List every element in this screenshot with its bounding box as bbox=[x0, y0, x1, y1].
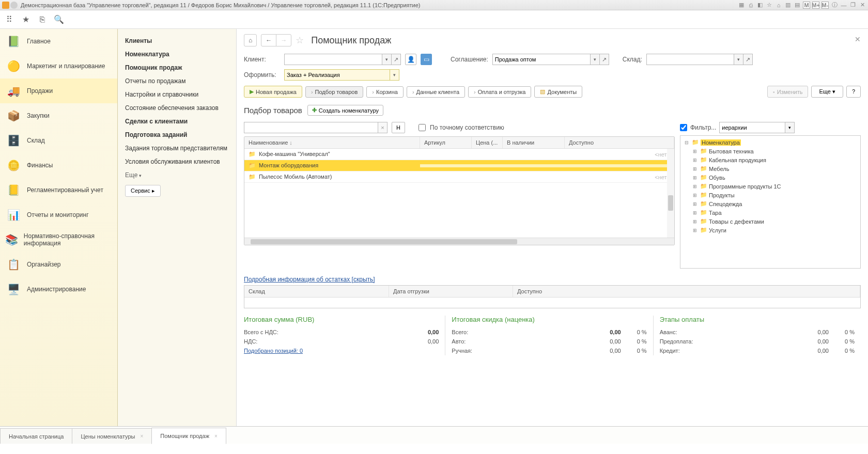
app-dropdown-icon[interactable] bbox=[10, 2, 18, 9]
help-button[interactable]: ? bbox=[846, 86, 861, 98]
forward-button[interactable]: → bbox=[276, 34, 291, 46]
col2-ship[interactable]: Дата отгрузки bbox=[389, 286, 513, 297]
tb-icon-2[interactable]: ⎙ bbox=[747, 2, 754, 9]
col-name[interactable]: Наименование bbox=[244, 137, 420, 148]
hierarchy-input[interactable] bbox=[719, 122, 785, 133]
details-link[interactable]: Подробная информация об остатках [скрыть… bbox=[244, 276, 375, 283]
payment-button[interactable]: ›Оплата и отгрузка bbox=[468, 86, 531, 98]
expand-icon[interactable]: ⊞ bbox=[693, 219, 699, 224]
agree-open-icon[interactable]: ↗ bbox=[600, 54, 609, 65]
tab-start[interactable]: Начальная страница bbox=[0, 428, 72, 444]
pick-goods-button[interactable]: ›Подбор товаров bbox=[305, 86, 363, 98]
calc-m-minus[interactable]: M- bbox=[822, 2, 829, 9]
tree-item[interactable]: ⊞📁Программные продукты 1С bbox=[680, 182, 860, 191]
nav-sales[interactable]: 🚚Продажи bbox=[0, 79, 117, 103]
service-button[interactable]: Сервис ▸ bbox=[125, 185, 161, 197]
tree-item[interactable]: ⊞📁Мебель bbox=[680, 164, 860, 173]
nav-warehouse[interactable]: 🗄️Склад bbox=[0, 128, 117, 153]
client-data-button[interactable]: ›Данные клиента bbox=[407, 86, 465, 98]
col2-wh[interactable]: Склад bbox=[244, 286, 389, 297]
nav-marketing[interactable]: 🟡Маркетинг и планирование bbox=[0, 54, 117, 79]
expand-icon[interactable]: ⊞ bbox=[693, 184, 699, 189]
table-row[interactable]: 📁Кофе-машина "Универсал" <нет> bbox=[244, 149, 674, 160]
wh-open-icon[interactable]: ↗ bbox=[743, 54, 753, 65]
wh-combo[interactable]: ▾↗ bbox=[646, 54, 753, 65]
search-input[interactable] bbox=[244, 122, 378, 133]
nav-reports[interactable]: 📊Отчеты и мониторинг bbox=[0, 202, 117, 227]
new-sale-button[interactable]: ▶Новая продажа bbox=[244, 86, 302, 98]
expand-icon[interactable]: ⊞ bbox=[693, 201, 699, 207]
sub-nomenclature[interactable]: Номенклатура bbox=[118, 48, 236, 61]
sub-trade-rep-tasks[interactable]: Задания торговым представителям bbox=[118, 142, 236, 155]
card-icon[interactable]: ▭ bbox=[421, 54, 432, 65]
tb-icon-5[interactable]: ⌂ bbox=[775, 2, 782, 9]
tree-item[interactable]: ⊞📁Спецодежда bbox=[680, 199, 860, 208]
tree-item[interactable]: ⊞📁Кабельная продукция bbox=[680, 155, 860, 164]
tab-close-icon[interactable]: × bbox=[140, 433, 143, 439]
star-icon[interactable]: ★ bbox=[21, 14, 31, 25]
tree-root[interactable]: ⊟📁Номенклатура bbox=[680, 138, 860, 147]
docs-button[interactable]: ▧Документы bbox=[534, 86, 582, 98]
col-art[interactable]: Артикул bbox=[420, 137, 472, 148]
tab-close-icon[interactable]: × bbox=[214, 433, 218, 439]
apps-icon[interactable]: ⠿ bbox=[4, 14, 14, 25]
tb-icon-1[interactable]: ▦ bbox=[738, 2, 745, 9]
search-combo[interactable]: × bbox=[244, 122, 388, 133]
minimize-icon[interactable]: — bbox=[840, 2, 847, 9]
clear-icon[interactable]: × bbox=[378, 122, 388, 133]
tree-item[interactable]: ⊞📁Товары с дефектами bbox=[680, 217, 860, 226]
nav-purchases[interactable]: 📦Закупки bbox=[0, 103, 117, 128]
clipboard-icon[interactable]: ⎘ bbox=[37, 14, 48, 25]
form-input[interactable] bbox=[284, 69, 390, 81]
col-price[interactable]: Цена (... bbox=[472, 137, 503, 148]
expand-icon[interactable]: ⊞ bbox=[693, 193, 699, 198]
maximize-icon[interactable]: ❐ bbox=[849, 2, 857, 9]
sub-clients[interactable]: Клиенты bbox=[118, 34, 236, 48]
cart-button[interactable]: ›Корзина bbox=[366, 86, 404, 98]
person-icon[interactable]: 👤 bbox=[405, 54, 416, 65]
table-row-selected[interactable]: 📁Монтаж оборудования bbox=[244, 160, 674, 171]
col-stock[interactable]: В наличии bbox=[503, 137, 565, 148]
favorite-icon[interactable]: ☆ bbox=[296, 35, 304, 46]
tree-item[interactable]: ⊞📁Бытовая техника bbox=[680, 147, 860, 155]
tree-item[interactable]: ⊞📁Продукты bbox=[680, 191, 860, 199]
form-dd-icon[interactable]: ▾ bbox=[390, 69, 399, 81]
expand-icon[interactable]: ⊞ bbox=[693, 210, 699, 215]
positions-link[interactable]: Подобрано позиций: 0 bbox=[244, 348, 303, 354]
client-input[interactable] bbox=[284, 54, 382, 65]
scrollbar-v[interactable] bbox=[667, 149, 674, 238]
client-open-icon[interactable]: ↗ bbox=[392, 54, 401, 65]
agree-dd-icon[interactable]: ▾ bbox=[591, 54, 600, 65]
home-button[interactable]: ⌂ bbox=[244, 34, 257, 46]
exact-checkbox[interactable] bbox=[419, 124, 426, 131]
form-combo[interactable]: ▾ bbox=[284, 69, 399, 81]
create-nomenclature-button[interactable]: ✚Создать номенклатуру bbox=[307, 105, 383, 116]
sub-sales-reports[interactable]: Отчеты по продажам bbox=[118, 74, 236, 88]
nav-reference[interactable]: 📚Нормативно-справочная информация bbox=[0, 227, 117, 252]
h-button[interactable]: Н bbox=[392, 122, 405, 133]
back-button[interactable]: ← bbox=[261, 34, 276, 46]
sub-tasks-prep[interactable]: Подготовка заданий bbox=[118, 128, 236, 142]
sub-order-status[interactable]: Состояние обеспечения заказов bbox=[118, 101, 236, 115]
wh-input[interactable] bbox=[646, 54, 734, 65]
expand-icon[interactable]: ⊞ bbox=[693, 149, 699, 154]
col2-avail[interactable]: Доступно bbox=[513, 286, 860, 297]
nav-main[interactable]: 📗Главное bbox=[0, 29, 117, 54]
sub-sales-helper[interactable]: Помощник продаж bbox=[118, 61, 236, 74]
sub-settings[interactable]: Настройки и справочники bbox=[118, 88, 236, 101]
tb-icon-6[interactable]: ▥ bbox=[784, 2, 792, 9]
nav-admin[interactable]: 🖥️Администрирование bbox=[0, 277, 117, 302]
sub-deals[interactable]: Сделки с клиентами bbox=[118, 115, 236, 128]
table-row[interactable]: 📁Пылесос Мобиль (Автомат) <нет> bbox=[244, 171, 674, 183]
filter-checkbox[interactable] bbox=[680, 124, 687, 131]
collapse-icon[interactable]: ⊟ bbox=[685, 140, 690, 145]
close-page-icon[interactable]: ✕ bbox=[855, 35, 861, 43]
sub-service-cond[interactable]: Условия обслуживания клиентов bbox=[118, 155, 236, 168]
search-icon[interactable]: 🔍 bbox=[54, 14, 64, 25]
col-avail[interactable]: Доступно bbox=[565, 137, 674, 148]
tree-item[interactable]: ⊞📁Обувь bbox=[680, 173, 860, 182]
expand-icon[interactable]: ⊞ bbox=[693, 228, 699, 233]
client-combo[interactable]: ▾↗ bbox=[284, 54, 401, 65]
expand-icon[interactable]: ⊞ bbox=[693, 166, 699, 171]
calc-m-plus[interactable]: M+ bbox=[812, 2, 819, 9]
